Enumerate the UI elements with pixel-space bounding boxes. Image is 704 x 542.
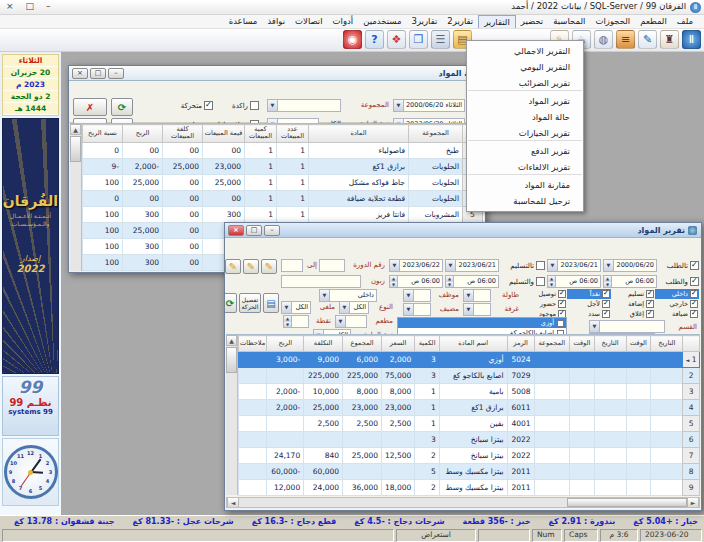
scroll-up-icon[interactable]: ▲ bbox=[70, 124, 81, 135]
delivery-date-checkbox[interactable]: تالتسليم bbox=[510, 259, 545, 272]
col-total[interactable]: المجموع bbox=[343, 336, 382, 352]
menu-option[interactable]: ترحيل للمحاسبة bbox=[468, 193, 582, 209]
database-icon[interactable]: ☰ bbox=[431, 30, 450, 49]
pencil-button-3[interactable]: ✎ bbox=[225, 259, 241, 274]
scroll-right-icon[interactable]: ► bbox=[687, 498, 699, 507]
notepad-icon[interactable]: ✎ bbox=[638, 30, 657, 49]
close-button[interactable]: × bbox=[6, 1, 14, 11]
col-date2[interactable]: التاريخ bbox=[594, 336, 626, 352]
status-checkbox[interactable]: إضافة bbox=[611, 299, 655, 309]
from-date-combo[interactable]: ▼ الثلاثاء 2000/06/20 bbox=[393, 99, 465, 112]
status-checkbox[interactable]: خارجي bbox=[655, 299, 699, 309]
col-time1[interactable]: الوقت bbox=[626, 336, 651, 352]
section-combo[interactable]: ▼ bbox=[589, 320, 665, 333]
burger-icon[interactable]: ≡ bbox=[616, 30, 635, 49]
table-row[interactable]: 1 طبخ فاصولياء 1 1 00 00 00 0 bbox=[83, 142, 483, 158]
table-row[interactable]: 6 2022 بيتزا سبانخ 3 bbox=[239, 432, 700, 448]
menu-item[interactable]: المحاسبة bbox=[548, 15, 590, 28]
menu-item[interactable]: مساعدة bbox=[224, 15, 263, 28]
col-sales-cost[interactable]: كلفة المبيعات bbox=[163, 125, 203, 143]
refresh-button[interactable]: ⟳ bbox=[111, 98, 133, 116]
power-off-icon[interactable]: ◉ bbox=[343, 30, 362, 49]
maximize-icon[interactable]: □ bbox=[90, 68, 106, 79]
col-sales-count[interactable]: عدد المبيعات bbox=[277, 125, 309, 143]
menu-item[interactable]: أدوات bbox=[328, 15, 359, 28]
col-qty[interactable]: الكمية bbox=[415, 336, 440, 352]
status-checkbox[interactable]: نقداً bbox=[567, 289, 611, 299]
col-group[interactable]: المجموعة bbox=[534, 336, 570, 352]
menu-item[interactable]: تقارير3 bbox=[406, 15, 442, 28]
col-code[interactable]: الرمز bbox=[507, 336, 534, 352]
menu-option[interactable]: تقرير الدفع bbox=[468, 143, 582, 159]
host-combo[interactable]: ▼ bbox=[403, 303, 431, 316]
scroll-thumb[interactable] bbox=[226, 347, 237, 373]
col-profit-pct[interactable]: نسبة الربح bbox=[83, 125, 123, 143]
table-row[interactable]: 3 5008 بامية 1 8,000 8,000 10,000 bbox=[239, 384, 700, 400]
order-time-checkbox[interactable]: والطلب bbox=[666, 275, 699, 288]
help-search-icon[interactable]: ? bbox=[365, 30, 384, 49]
table-row[interactable]: 5 4001 بقين 1 2,500 2,500 2,500 bbox=[239, 416, 700, 432]
menu-option[interactable]: مقارنة المواد bbox=[468, 177, 582, 193]
pencil-button-1[interactable]: ✎ bbox=[261, 259, 277, 274]
order-time-to[interactable]: ▲▼ 06:00 ص bbox=[547, 275, 601, 288]
col-material-name[interactable]: اسم المادة bbox=[439, 336, 507, 352]
table-row[interactable]: 9 2011 بيتزا مكسيك وسط 2 18,000 36,000 2 bbox=[239, 480, 700, 496]
moving-checkbox[interactable]: متحركة bbox=[181, 99, 213, 112]
scroll-up-icon[interactable]: ▲ bbox=[226, 335, 237, 346]
menu-option[interactable]: تقرير الالغاءات bbox=[468, 159, 582, 175]
menu-item[interactable]: المطعم bbox=[635, 15, 672, 28]
vertical-scrollbar[interactable]: ▲ bbox=[226, 335, 238, 495]
menu-option[interactable]: تقرير المواد bbox=[468, 93, 582, 109]
delivery-time-checkbox[interactable]: والتسليم bbox=[509, 275, 545, 288]
menu-item[interactable]: تقارير2 bbox=[442, 15, 478, 28]
table-combo[interactable]: ▼ bbox=[463, 289, 491, 302]
menu-option[interactable]: حالة المواد bbox=[468, 109, 582, 125]
table-row[interactable]: 3 الحلويات جاط فواكه مشكل 1 1 25,000 00 … bbox=[83, 174, 483, 190]
close-icon[interactable]: × bbox=[72, 68, 88, 79]
card-red-icon[interactable]: ❖ bbox=[387, 30, 406, 49]
col-profit[interactable]: الربح bbox=[123, 125, 163, 143]
materials-report-window[interactable]: تقرير المواد × □ – تالطلب ▼ 2000/06/20 ▼… bbox=[224, 222, 702, 511]
cycle-from-field[interactable] bbox=[319, 259, 345, 272]
order-time-from[interactable]: ▲▼ 06:00 ص bbox=[603, 275, 657, 288]
col-material[interactable]: المادة bbox=[309, 125, 409, 143]
status-checkbox[interactable]: حضور bbox=[523, 299, 567, 309]
scroll-thumb[interactable] bbox=[567, 498, 687, 507]
menu-option[interactable]: تقرير الخيارات bbox=[468, 125, 582, 141]
table-row[interactable]: 1 ◄ 5024 أوزي 3 2,000 6,000 9,000 bbox=[239, 352, 700, 368]
menu-item[interactable]: الحجوزات bbox=[590, 15, 635, 28]
maximize-icon[interactable]: □ bbox=[246, 225, 262, 236]
spinner-icon[interactable]: ▲▼ bbox=[604, 276, 612, 287]
lectern-icon[interactable]: ♜ bbox=[660, 30, 679, 49]
status-checkbox[interactable]: ضيافة bbox=[655, 309, 699, 319]
type-combo[interactable]: ▼ الكل bbox=[339, 301, 369, 314]
window1-titlebar[interactable]: حالة المواد × □ – bbox=[69, 66, 485, 81]
menu-item[interactable]: التقارير bbox=[478, 15, 516, 28]
col-price[interactable]: السعر bbox=[382, 336, 415, 352]
restore-button[interactable]: □ bbox=[26, 1, 35, 11]
scroll-left-icon[interactable]: ◄ bbox=[227, 498, 239, 507]
idle-checkbox[interactable]: راكدة bbox=[232, 99, 259, 112]
menu-option[interactable]: التقرير الاجمالي bbox=[468, 43, 582, 59]
cloche-icon[interactable]: ◍ bbox=[594, 30, 613, 49]
menu-item[interactable]: مستخدمين bbox=[358, 15, 406, 28]
group-combo[interactable]: ▼ bbox=[267, 99, 341, 112]
customer-field[interactable] bbox=[281, 275, 361, 288]
card-blue-icon[interactable]: ❒ bbox=[409, 30, 428, 49]
table-row[interactable]: 2 7029 اصابع بالكاجو كغ 3 75,000 225,000 bbox=[239, 368, 700, 384]
room-combo[interactable]: ▼ bbox=[463, 303, 491, 316]
menu-item[interactable]: نوافذ bbox=[262, 15, 290, 28]
spinner-icon[interactable]: ▲▼ bbox=[548, 276, 556, 287]
status-checkbox[interactable]: تسليم bbox=[611, 289, 655, 299]
delivery-to-date[interactable]: ▼ 2023/06/22 bbox=[389, 259, 443, 272]
minimize-icon[interactable]: – bbox=[108, 68, 124, 79]
clear-button[interactable]: ✗ bbox=[73, 98, 107, 116]
spinner-icon[interactable]: ▲▼ bbox=[390, 276, 398, 287]
menu-item[interactable]: ملف bbox=[672, 15, 698, 28]
col-time2[interactable]: الوقت bbox=[570, 336, 595, 352]
window2-titlebar[interactable]: تقرير المواد × □ – bbox=[225, 223, 701, 238]
col-cost[interactable]: التكلفة bbox=[304, 336, 343, 352]
menu-option[interactable]: التقرير اليومي bbox=[468, 59, 582, 75]
status-checkbox[interactable]: داخلي bbox=[655, 289, 699, 299]
col-rownum[interactable] bbox=[683, 336, 700, 352]
